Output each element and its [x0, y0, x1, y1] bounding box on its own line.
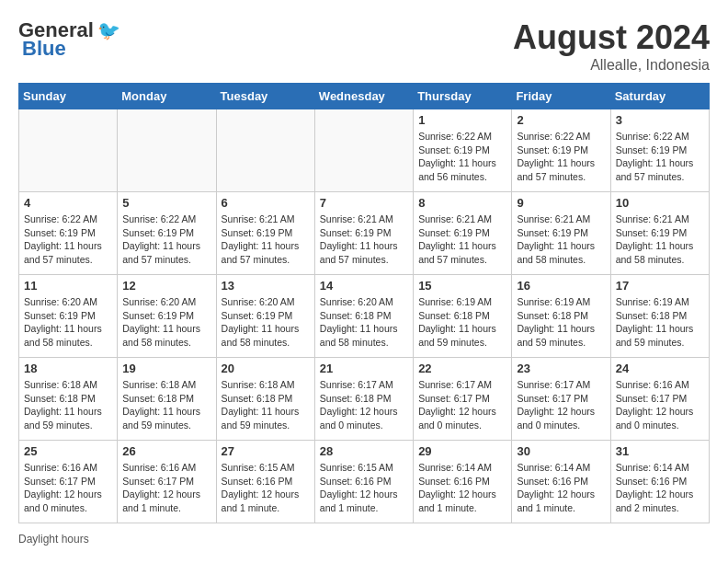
calendar-cell: 22Sunrise: 6:17 AMSunset: 6:17 PMDayligh… — [414, 358, 512, 441]
day-info: Sunrise: 6:15 AMSunset: 6:16 PMDaylight:… — [320, 461, 408, 515]
day-number: 12 — [122, 279, 210, 293]
logo-blue-text: Blue — [22, 37, 66, 61]
month-year-title: August 2024 — [513, 18, 710, 57]
calendar-week-row: 11Sunrise: 6:20 AMSunset: 6:19 PMDayligh… — [19, 275, 710, 358]
day-number: 26 — [122, 444, 210, 458]
day-info: Sunrise: 6:22 AMSunset: 6:19 PMDaylight:… — [418, 130, 506, 184]
calendar-cell: 21Sunrise: 6:17 AMSunset: 6:18 PMDayligh… — [314, 358, 413, 441]
calendar-cell: 16Sunrise: 6:19 AMSunset: 6:18 PMDayligh… — [512, 275, 610, 358]
page-header: General 🐦 Blue August 2024 Allealle, Ind… — [18, 18, 710, 74]
calendar-cell: 28Sunrise: 6:15 AMSunset: 6:16 PMDayligh… — [314, 441, 413, 523]
calendar-table: SundayMondayTuesdayWednesdayThursdayFrid… — [18, 83, 710, 523]
calendar-body: 1Sunrise: 6:22 AMSunset: 6:19 PMDaylight… — [19, 109, 710, 523]
calendar-header-row: SundayMondayTuesdayWednesdayThursdayFrid… — [19, 84, 710, 109]
calendar-cell: 1Sunrise: 6:22 AMSunset: 6:19 PMDaylight… — [414, 109, 512, 192]
day-number: 28 — [320, 444, 408, 458]
day-info: Sunrise: 6:22 AMSunset: 6:19 PMDaylight:… — [616, 130, 704, 184]
day-number: 7 — [320, 196, 408, 210]
day-info: Sunrise: 6:21 AMSunset: 6:19 PMDaylight:… — [517, 213, 605, 267]
calendar-cell: 4Sunrise: 6:22 AMSunset: 6:19 PMDaylight… — [19, 192, 118, 275]
day-info: Sunrise: 6:20 AMSunset: 6:19 PMDaylight:… — [222, 295, 310, 350]
day-header-wednesday: Wednesday — [314, 84, 413, 109]
calendar-cell: 2Sunrise: 6:22 AMSunset: 6:19 PMDaylight… — [512, 109, 610, 192]
day-number: 16 — [517, 279, 605, 293]
day-info: Sunrise: 6:22 AMSunset: 6:19 PMDaylight:… — [24, 213, 112, 267]
day-info: Sunrise: 6:15 AMSunset: 6:16 PMDaylight:… — [222, 461, 310, 515]
day-info: Sunrise: 6:19 AMSunset: 6:18 PMDaylight:… — [616, 295, 704, 350]
day-info: Sunrise: 6:20 AMSunset: 6:18 PMDaylight:… — [320, 295, 408, 350]
day-info: Sunrise: 6:21 AMSunset: 6:19 PMDaylight:… — [320, 213, 408, 267]
calendar-cell: 31Sunrise: 6:14 AMSunset: 6:16 PMDayligh… — [610, 441, 709, 523]
calendar-cell: 20Sunrise: 6:18 AMSunset: 6:18 PMDayligh… — [216, 358, 314, 441]
calendar-cell — [314, 109, 413, 192]
day-info: Sunrise: 6:18 AMSunset: 6:18 PMDaylight:… — [222, 378, 310, 432]
calendar-cell — [216, 109, 314, 192]
day-number: 5 — [122, 196, 210, 210]
day-info: Sunrise: 6:21 AMSunset: 6:19 PMDaylight:… — [616, 213, 704, 267]
calendar-cell: 5Sunrise: 6:22 AMSunset: 6:19 PMDaylight… — [118, 192, 216, 275]
calendar-cell: 30Sunrise: 6:14 AMSunset: 6:16 PMDayligh… — [512, 441, 610, 523]
calendar-week-row: 1Sunrise: 6:22 AMSunset: 6:19 PMDaylight… — [19, 109, 710, 192]
day-number: 25 — [24, 444, 112, 458]
day-info: Sunrise: 6:20 AMSunset: 6:19 PMDaylight:… — [24, 295, 112, 350]
calendar-footer: Daylight hours — [18, 533, 710, 546]
calendar-cell: 12Sunrise: 6:20 AMSunset: 6:19 PMDayligh… — [118, 275, 216, 358]
day-number: 6 — [222, 196, 310, 210]
day-header-monday: Monday — [118, 84, 216, 109]
location-text: Allealle, Indonesia — [513, 57, 710, 74]
calendar-cell: 9Sunrise: 6:21 AMSunset: 6:19 PMDaylight… — [512, 192, 610, 275]
day-header-sunday: Sunday — [19, 84, 118, 109]
day-number: 22 — [418, 362, 506, 375]
day-info: Sunrise: 6:21 AMSunset: 6:19 PMDaylight:… — [418, 213, 506, 267]
day-info: Sunrise: 6:17 AMSunset: 6:17 PMDaylight:… — [418, 378, 506, 432]
day-info: Sunrise: 6:16 AMSunset: 6:17 PMDaylight:… — [122, 461, 210, 515]
calendar-cell: 18Sunrise: 6:18 AMSunset: 6:18 PMDayligh… — [19, 358, 118, 441]
day-number: 31 — [616, 444, 704, 458]
day-header-saturday: Saturday — [610, 84, 709, 109]
day-number: 10 — [616, 196, 704, 210]
calendar-cell: 26Sunrise: 6:16 AMSunset: 6:17 PMDayligh… — [118, 441, 216, 523]
calendar-cell: 7Sunrise: 6:21 AMSunset: 6:19 PMDaylight… — [314, 192, 413, 275]
day-number: 15 — [418, 279, 506, 293]
calendar-cell: 3Sunrise: 6:22 AMSunset: 6:19 PMDaylight… — [610, 109, 709, 192]
day-header-tuesday: Tuesday — [216, 84, 314, 109]
calendar-cell — [19, 109, 118, 192]
calendar-week-row: 18Sunrise: 6:18 AMSunset: 6:18 PMDayligh… — [19, 358, 710, 441]
day-info: Sunrise: 6:20 AMSunset: 6:19 PMDaylight:… — [122, 295, 210, 350]
day-info: Sunrise: 6:14 AMSunset: 6:16 PMDaylight:… — [418, 461, 506, 515]
calendar-cell: 13Sunrise: 6:20 AMSunset: 6:19 PMDayligh… — [216, 275, 314, 358]
day-info: Sunrise: 6:22 AMSunset: 6:19 PMDaylight:… — [122, 213, 210, 267]
calendar-cell: 23Sunrise: 6:17 AMSunset: 6:17 PMDayligh… — [512, 358, 610, 441]
day-number: 29 — [418, 444, 506, 458]
calendar-week-row: 25Sunrise: 6:16 AMSunset: 6:17 PMDayligh… — [19, 441, 710, 523]
calendar-cell: 6Sunrise: 6:21 AMSunset: 6:19 PMDaylight… — [216, 192, 314, 275]
calendar-cell: 8Sunrise: 6:21 AMSunset: 6:19 PMDaylight… — [414, 192, 512, 275]
day-number: 17 — [616, 279, 704, 293]
day-info: Sunrise: 6:17 AMSunset: 6:17 PMDaylight:… — [517, 378, 605, 432]
day-info: Sunrise: 6:14 AMSunset: 6:16 PMDaylight:… — [517, 461, 605, 515]
calendar-cell — [118, 109, 216, 192]
day-info: Sunrise: 6:16 AMSunset: 6:17 PMDaylight:… — [24, 461, 112, 515]
calendar-cell: 25Sunrise: 6:16 AMSunset: 6:17 PMDayligh… — [19, 441, 118, 523]
day-number: 2 — [517, 113, 605, 127]
day-info: Sunrise: 6:14 AMSunset: 6:16 PMDaylight:… — [616, 461, 704, 515]
title-section: August 2024 Allealle, Indonesia — [513, 18, 710, 74]
day-number: 27 — [222, 444, 310, 458]
calendar-cell: 11Sunrise: 6:20 AMSunset: 6:19 PMDayligh… — [19, 275, 118, 358]
day-number: 30 — [517, 444, 605, 458]
day-number: 20 — [222, 362, 310, 375]
day-number: 9 — [517, 196, 605, 210]
day-number: 11 — [24, 279, 112, 293]
calendar-cell: 10Sunrise: 6:21 AMSunset: 6:19 PMDayligh… — [610, 192, 709, 275]
day-info: Sunrise: 6:16 AMSunset: 6:17 PMDaylight:… — [616, 378, 704, 432]
day-info: Sunrise: 6:18 AMSunset: 6:18 PMDaylight:… — [24, 378, 112, 432]
day-header-thursday: Thursday — [414, 84, 512, 109]
calendar-cell: 27Sunrise: 6:15 AMSunset: 6:16 PMDayligh… — [216, 441, 314, 523]
day-number: 23 — [517, 362, 605, 375]
day-info: Sunrise: 6:17 AMSunset: 6:18 PMDaylight:… — [320, 378, 408, 432]
calendar-cell: 14Sunrise: 6:20 AMSunset: 6:18 PMDayligh… — [314, 275, 413, 358]
day-number: 4 — [24, 196, 112, 210]
day-info: Sunrise: 6:22 AMSunset: 6:19 PMDaylight:… — [517, 130, 605, 184]
day-header-friday: Friday — [512, 84, 610, 109]
day-info: Sunrise: 6:19 AMSunset: 6:18 PMDaylight:… — [517, 295, 605, 350]
